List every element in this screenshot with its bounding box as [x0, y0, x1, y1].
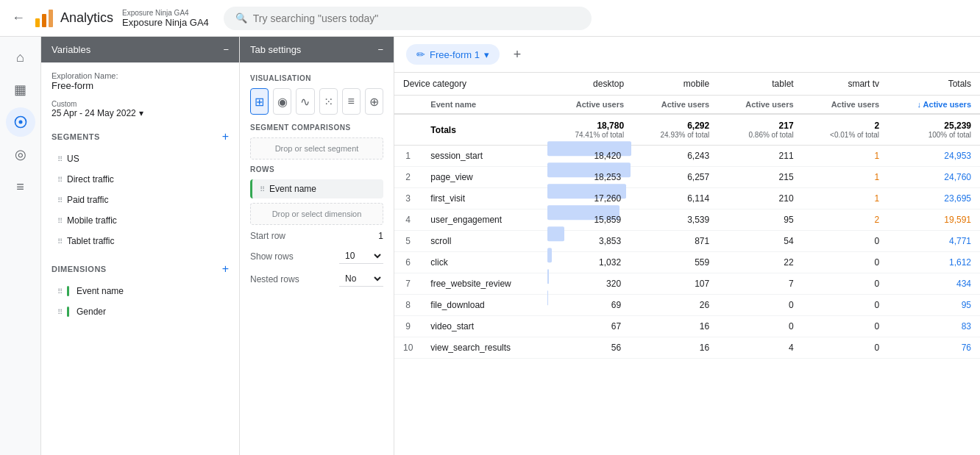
- nav-advertising[interactable]: ◎: [6, 140, 35, 169]
- row-smarttv: 1: [803, 167, 888, 188]
- mobile-metric-header: Active users: [633, 96, 718, 115]
- table-vis-btn[interactable]: ⊞: [250, 88, 269, 115]
- back-button[interactable]: ←: [12, 10, 25, 26]
- search-bar[interactable]: 🔍: [224, 7, 592, 30]
- table-row[interactable]: 8 file_download 69 26 0 0 95: [394, 295, 980, 316]
- dimensions-section-header: DIMENSIONS +: [52, 262, 229, 276]
- row-smarttv: 0: [803, 316, 888, 337]
- segments-section-header: SEGMENTS +: [52, 130, 229, 143]
- row-event-name: session_start: [422, 146, 547, 167]
- nav-reports[interactable]: ▦: [6, 75, 35, 104]
- nav-home[interactable]: ⌂: [6, 43, 35, 72]
- row-event-name: video_start: [422, 316, 547, 337]
- row-event-name: click: [422, 252, 547, 273]
- scatter-vis-btn[interactable]: ⁙: [319, 88, 338, 115]
- row-total: 19,591: [888, 209, 980, 231]
- rank-header: [394, 96, 422, 115]
- donut-vis-btn[interactable]: ◉: [273, 88, 291, 115]
- row-tablet: 4: [718, 337, 802, 359]
- row-tablet: 0: [718, 316, 802, 337]
- table-row[interactable]: 1 session_start 18,420 6,243 211 1 24,95…: [394, 146, 980, 167]
- tab-chevron-icon: ▾: [484, 49, 489, 60]
- table-row[interactable]: 9 video_start 67 16 0 0 83: [394, 316, 980, 337]
- tab-settings-minimize[interactable]: −: [377, 44, 383, 55]
- segment-item[interactable]: ⠿Direct traffic: [52, 170, 229, 189]
- table-row[interactable]: 10 view_search_results 56 16 4 0 76: [394, 337, 980, 359]
- segment-item[interactable]: ⠿Tablet traffic: [52, 232, 229, 251]
- row-rank: 10: [394, 337, 422, 359]
- tab-free-form-1[interactable]: ✏ Free-form 1 ▾: [406, 44, 500, 65]
- add-tab-button[interactable]: +: [505, 43, 529, 66]
- vis-buttons: ⊞◉∿⁙≡⊕: [250, 88, 383, 115]
- tab-settings-title: Tab settings: [250, 44, 301, 55]
- segment-item[interactable]: ⠿Paid traffic: [52, 190, 229, 209]
- nav-explore[interactable]: [6, 107, 35, 137]
- row-total: 76: [888, 337, 980, 359]
- variables-minimize[interactable]: −: [223, 44, 229, 55]
- segment-item[interactable]: ⠿Mobile traffic: [52, 211, 229, 230]
- row-event-name: file_download: [422, 295, 547, 316]
- row-smarttv: 0: [803, 252, 888, 273]
- row-dimension-item[interactable]: ⠿ Event name: [250, 179, 383, 198]
- drop-segment-zone[interactable]: Drop or select segment: [250, 137, 383, 160]
- table-row[interactable]: 3 first_visit 17,260 6,114 210 1 23,695: [394, 188, 980, 209]
- bar-vis-btn[interactable]: ≡: [342, 88, 361, 115]
- variables-content: Exploration Name: Free-form Custom 25 Ap…: [41, 62, 239, 455]
- account-info: Exposure Ninja GA4 Exposure Ninja GA4: [122, 9, 209, 28]
- drop-dimension-zone[interactable]: Drop or select dimension: [250, 203, 383, 225]
- date-chevron-icon: ▾: [139, 108, 143, 118]
- nested-rows-select[interactable]: NoYes: [339, 271, 383, 287]
- row-smarttv: 2: [803, 209, 888, 231]
- start-row-label: Start row: [250, 231, 285, 241]
- line-vis-btn[interactable]: ∿: [296, 88, 314, 115]
- search-icon: 🔍: [235, 12, 247, 24]
- search-input[interactable]: [253, 12, 580, 24]
- topbar: ← Analytics Exposure Ninja GA4 Exposure …: [0, 0, 980, 37]
- nav-configure[interactable]: ≡: [6, 172, 35, 201]
- map-vis-btn[interactable]: ⊕: [365, 88, 383, 115]
- table-row[interactable]: 4 user_engagement 15,859 3,539 95 2 19,5…: [394, 209, 980, 231]
- table-row[interactable]: 5 scroll 3,853 871 54 0 4,771: [394, 231, 980, 252]
- drag-handle-icon: ⠿: [57, 308, 63, 316]
- table-row[interactable]: 6 click 1,032 559 22 0 1,612: [394, 252, 980, 273]
- segment-item[interactable]: ⠿US: [52, 149, 229, 168]
- nested-rows-row: Nested rows NoYes: [250, 271, 383, 287]
- row-mobile: 6,243: [633, 146, 718, 167]
- row-total: 24,760: [888, 167, 980, 188]
- left-nav: ⌂ ▦ ◎ ≡: [0, 37, 41, 455]
- row-event-name: view_search_results: [422, 337, 547, 359]
- row-desktop: 69: [547, 295, 633, 316]
- svg-rect-0: [35, 18, 40, 27]
- row-tablet: 210: [718, 188, 802, 209]
- column-header-row: Device category desktop mobile tablet sm…: [394, 73, 980, 96]
- table-row[interactable]: 7 free_website_review 320 107 7 0 434: [394, 273, 980, 295]
- table-row[interactable]: 2 page_view 18,253 6,257 215 1 24,760: [394, 167, 980, 188]
- show-rows-select[interactable]: 102550100: [339, 248, 383, 264]
- drag-handle-icon: ⠿: [57, 196, 63, 204]
- row-tablet: 54: [718, 231, 802, 252]
- drag-handle-icon: ⠿: [57, 237, 63, 246]
- data-panel: ✏ Free-form 1 ▾ + Device category deskto…: [394, 37, 980, 455]
- add-dimension-button[interactable]: +: [222, 262, 229, 276]
- tab-settings-panel: Tab settings − VISUALISATION ⊞◉∿⁙≡⊕ SEGM…: [240, 37, 394, 455]
- totals-header: Totals: [888, 73, 980, 96]
- row-total: 83: [888, 316, 980, 337]
- mobile-header: mobile: [633, 73, 718, 96]
- nested-rows-label: Nested rows: [250, 274, 299, 284]
- row-rank: 1: [394, 146, 422, 167]
- row-event-name: user_engagement: [422, 209, 547, 231]
- row-event-name: first_visit: [422, 188, 547, 209]
- row-tablet: 95: [718, 209, 802, 231]
- date-range-selector[interactable]: 25 Apr - 24 May 2022 ▾: [52, 108, 229, 118]
- totals-total: 25,239100% of total: [888, 114, 980, 146]
- row-total: 434: [888, 273, 980, 295]
- dimension-item[interactable]: ⠿Event name: [52, 282, 229, 301]
- tablet-header: tablet: [718, 73, 802, 96]
- add-segment-button[interactable]: +: [222, 130, 229, 143]
- row-mobile: 26: [633, 295, 718, 316]
- start-row-row: Start row 1: [250, 231, 383, 241]
- row-desktop: 56: [547, 337, 633, 359]
- row-total: 4,771: [888, 231, 980, 252]
- dimension-item[interactable]: ⠿Gender: [52, 302, 229, 321]
- tab-settings-header: Tab settings −: [240, 37, 394, 62]
